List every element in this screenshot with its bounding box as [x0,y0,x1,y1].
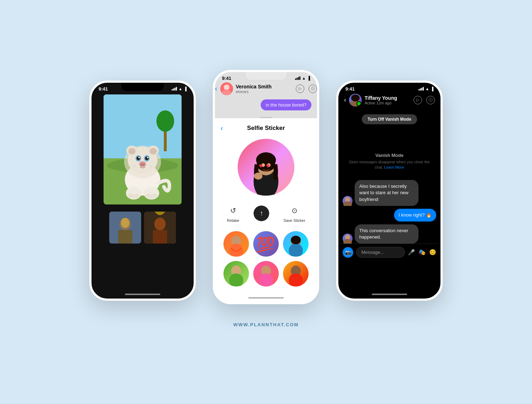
retake-icon: ↺ [227,204,239,217]
input-action-icons: 🎤 🎭 😊 [408,249,436,256]
phone3-info-icon[interactable]: ⓘ [426,96,435,104]
status-icons-3: ▲ ▐ [419,87,433,91]
sticker-panel-title: Selfie Sticker [247,125,285,132]
info-icon[interactable]: ⓘ [309,84,317,93]
svg-text:♥: ♥ [266,162,270,169]
status-icons-2: ▲ ▐ [295,76,310,80]
signal-bars-1 [172,87,177,91]
svg-point-56 [291,236,301,244]
retake-label: Retake [227,218,239,223]
svg-point-21 [133,166,134,167]
message-row-1: Also because I secretly want to stare at… [343,180,436,206]
wifi-icon: ▲ [178,87,182,91]
svg-point-17 [147,157,148,158]
save-label: Save Sticker [283,218,305,223]
svg-point-19 [140,163,145,166]
vanish-mode-title: Vanish Mode [347,153,432,158]
chat-header: ‹ Veronica Smith eloears ▷ ⓘ [215,81,317,97]
msg-bubble-3: This conversation never happened. [355,224,419,244]
svg-point-16 [138,157,140,158]
msg-avatar-3 [343,234,353,244]
svg-text:♥: ♥ [259,162,263,169]
sticker-option-6[interactable] [283,261,309,286]
sticker-icon[interactable]: 🎭 [419,249,426,256]
svg-point-11 [150,148,157,154]
sticker-panel-back-btn[interactable]: ‹ [221,124,223,132]
msg-bubble-1: Also because I secretly want to stare at… [355,180,419,206]
chat-area: Vanish Mode Seen messages disappear when… [338,129,440,244]
messages-area: Also because I secretly want to stare at… [338,180,440,244]
sticker-grid-row2 [218,260,314,288]
website-url: WWW.PLANNTHAT.COM [233,322,299,327]
phone3-video-icon[interactable]: ▷ [414,96,422,104]
phone-3: 9:41 ▲ ▐ ‹ Tiffany Young Active 12m ago [336,81,443,301]
sticker-option-2[interactable]: 💯 [253,231,279,257]
home-indicator-1 [125,294,160,295]
upload-btn[interactable]: ↑ [254,206,269,221]
footer: WWW.PLANNTHAT.COM [233,322,299,327]
sticker-grid-row1: 💯 [218,228,314,260]
svg-point-4 [156,110,174,132]
learn-more-link[interactable]: Learn More [384,165,404,169]
svg-point-23 [151,166,153,167]
message-input[interactable]: Message... [356,247,405,258]
message-area: in the house bored? [215,97,317,115]
sticker-option-1[interactable] [223,231,249,257]
phone3-header-icons: ▷ ⓘ [414,96,435,104]
signal-bars-3 [419,87,424,91]
sticker-option-5[interactable] [253,261,279,286]
battery-icon-2: ▐ [307,76,310,80]
wifi-icon-3: ▲ [425,87,429,91]
svg-point-10 [128,148,135,154]
camera-view[interactable] [104,94,182,204]
svg-point-22 [150,165,151,166]
notch-3 [368,83,411,91]
svg-point-67 [343,201,352,206]
msg-avatar-1 [343,196,353,206]
received-bubble: in the house bored? [261,99,311,110]
save-icon: ⊙ [288,204,301,217]
svg-point-55 [289,244,303,257]
home-indicator-3 [372,294,407,295]
message-row-2: I know right? 🔥 [343,209,436,222]
svg-point-35 [121,218,129,228]
phone-1-content [92,92,194,301]
svg-rect-38 [153,230,167,244]
chat-user-sub: eloears [236,89,293,94]
retake-btn[interactable]: ↺ Retake [227,204,239,223]
svg-point-62 [289,273,303,286]
mic-icon[interactable]: 🎤 [408,249,415,256]
msg-bubble-2: I know right? 🔥 [394,209,436,222]
sticker-option-3[interactable] [283,231,309,257]
time-1: 9:41 [99,86,108,92]
thumbnail-1[interactable] [109,212,141,244]
video-call-icon[interactable]: ▷ [296,84,304,93]
camera-btn[interactable]: 📷 [343,247,353,258]
back-button-chat[interactable]: ‹ [215,84,217,93]
svg-point-40 [224,84,229,90]
svg-point-37 [154,218,166,230]
svg-point-60 [259,273,273,286]
sticker-option-4[interactable] [223,261,249,286]
thumbnail-2[interactable] [144,212,176,244]
save-sticker-btn[interactable]: ⊙ Save Sticker [283,204,305,223]
svg-point-14 [137,157,140,160]
phone-1: 9:41 ▲ ▐ [89,81,196,301]
turn-off-vanish-btn[interactable]: Turn Off Vanish Mode [362,114,417,124]
svg-point-69 [343,239,352,244]
battery-icon: ▐ [184,87,187,91]
chat-user-name: Veronica Smith [236,84,293,89]
notch-2 [245,72,287,81]
emoji-icon[interactable]: 😊 [429,249,436,256]
svg-point-52 [229,244,243,257]
svg-point-65 [351,94,360,102]
time-3: 9:41 [345,86,355,92]
sticker-panel-header: ‹ Selfie Sticker [215,120,317,136]
phone-2: 9:41 ▲ ▐ ‹ Veroni [213,70,319,304]
chat-header-icons: ▷ ⓘ [296,84,317,93]
svg-point-58 [229,273,243,286]
svg-point-31 [152,193,157,198]
svg-point-15 [145,157,149,160]
phone3-back-btn[interactable]: ‹ [344,96,346,104]
gallery-thumbnails [109,212,176,244]
